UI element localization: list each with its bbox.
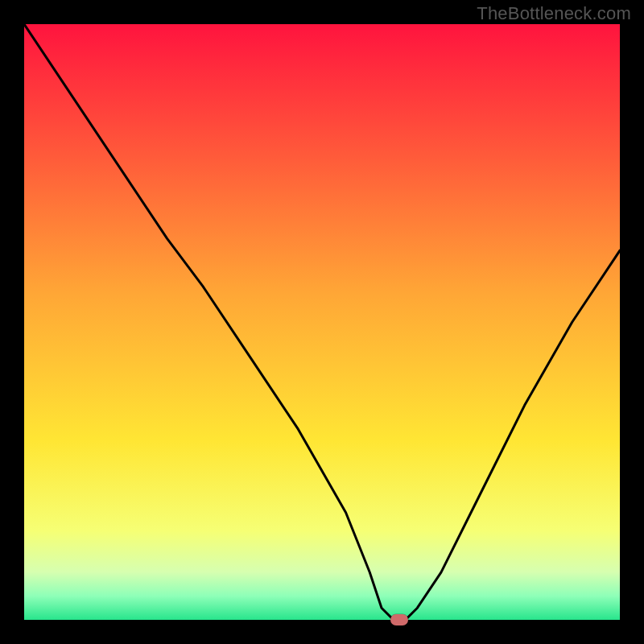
gradient-bg [24,24,620,620]
chart-frame: TheBottleneck.com [0,0,644,644]
watermark-text: TheBottleneck.com [477,3,631,24]
optimum-marker [390,614,408,625]
plot-area [24,24,620,620]
bottleneck-chart [24,24,620,620]
